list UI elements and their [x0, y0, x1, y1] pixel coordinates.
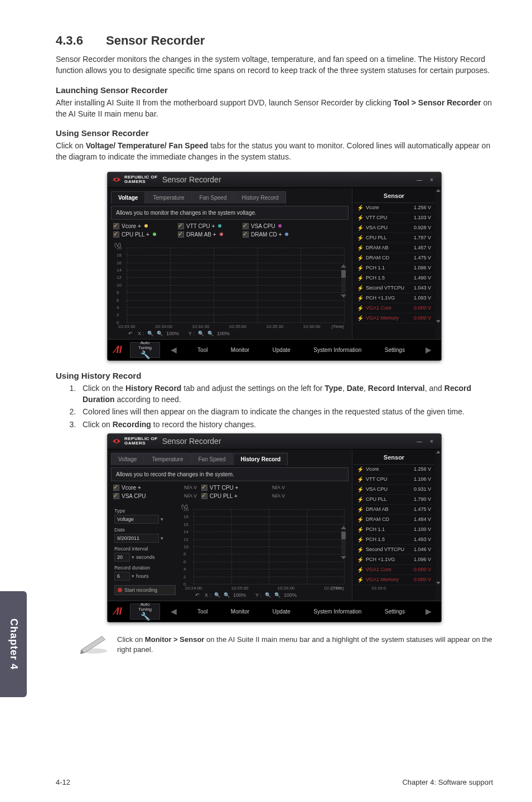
tab-fan-speed[interactable]: Fan Speed — [192, 191, 234, 204]
tab-fan-speed[interactable]: Fan Speed — [191, 453, 233, 465]
type-dropdown[interactable]: Voltage — [114, 515, 159, 524]
bottom-monitor-button[interactable]: Monitor — [226, 344, 254, 356]
dropdown-arrow-icon[interactable]: ▾ — [132, 554, 134, 560]
sidepanel-scroll-up-icon[interactable] — [436, 189, 441, 192]
bottom-settings-button[interactable]: Settings — [380, 605, 409, 618]
x-tick: 10:24:00 — [185, 586, 202, 591]
bottom-sysinfo-button[interactable]: System Information — [309, 344, 366, 356]
date-label: Date — [114, 527, 176, 533]
date-dropdown[interactable]: 9/20/2011 — [114, 534, 159, 543]
voltage-chart: (V) (Time) ↶ X :🔍🔍100% Y :🔍🔍100% 2018161… — [114, 242, 347, 337]
checkbox-cpupll[interactable] — [201, 493, 207, 499]
close-button[interactable]: × — [427, 437, 437, 445]
zoom-in-y-icon[interactable]: 🔍 — [265, 592, 271, 598]
sidepanel-scroll-down-icon[interactable] — [436, 320, 441, 323]
dropdown-arrow-icon[interactable]: ▾ — [132, 573, 134, 579]
bolt-icon: ⚡ — [357, 305, 364, 311]
scrollbar-thumb[interactable] — [341, 532, 346, 539]
titlebar: REPUBLIC OFGAMERS Sensor Recorder — × — [108, 172, 441, 188]
sensor-value: 0.000 V — [414, 305, 431, 311]
zoom-out-y-icon[interactable]: 🔍 — [207, 331, 214, 336]
interval-input[interactable]: 20 — [114, 553, 130, 562]
tab-temperature
          [interactable]: Temperature — [144, 453, 190, 465]
sensor-row: ⚡VGA1 Core0.000 V — [354, 565, 434, 575]
nav-left-arrow-icon[interactable]: ◀ — [168, 607, 179, 616]
minimize-button[interactable]: — — [414, 437, 424, 445]
nav-left-arrow-icon[interactable]: ◀ — [168, 345, 179, 354]
checkbox-vcore[interactable] — [113, 485, 119, 491]
tab-voltage[interactable]: Voltage — [111, 191, 145, 204]
checkbox-dramab[interactable] — [178, 231, 184, 238]
checkbox-cpupll[interactable] — [113, 231, 119, 238]
checkbox-vcore[interactable] — [113, 223, 119, 229]
bottom-update-button[interactable]: Update — [268, 605, 295, 618]
legend-bullet — [144, 224, 148, 228]
sensor-name: PCH 1.1 — [366, 265, 414, 270]
dropdown-arrow-icon[interactable]: ▾ — [161, 535, 163, 541]
nav-right-arrow-icon[interactable]: ▶ — [423, 607, 434, 616]
x-tick: 10:26:00 — [277, 586, 294, 591]
undo-zoom-icon[interactable]: ↶ — [194, 592, 201, 598]
sensor-name: Vcore — [366, 466, 414, 472]
undo-zoom-icon[interactable]: ↶ — [127, 330, 134, 337]
bolt-icon: ⚡ — [357, 265, 364, 271]
close-button[interactable]: × — [427, 176, 437, 183]
sensor-panel: Sensor ⚡Vcore1.256 V⚡VTT CPU1.106 V⚡VSA … — [352, 450, 436, 601]
checkbox-vttcpu[interactable] — [201, 485, 207, 491]
sensor-row: ⚡Vcore1.256 V — [354, 203, 434, 213]
tab-temperature[interactable]: Temperature — [146, 191, 191, 204]
sensor-value: 1.484 V — [414, 516, 431, 522]
history-controls: Type Voltage▾ Date 9/20/2011▾ Record int… — [111, 503, 178, 600]
duration-input[interactable]: 6 — [114, 572, 130, 581]
zoom-out-x-icon[interactable]: 🔍 — [224, 592, 230, 598]
bolt-icon: ⚡ — [357, 567, 364, 573]
sidepanel-scroll-down-icon[interactable] — [436, 582, 441, 584]
checkbox-vsacpu[interactable] — [113, 493, 119, 499]
sensor-value: 1.475 V — [414, 506, 431, 512]
sensor-row: ⚡PCH 1.11.096 V — [354, 263, 434, 273]
tab-voltage[interactable]: Voltage — [111, 453, 144, 465]
scrollbar-thumb[interactable] — [341, 270, 346, 278]
note-block: Click on Monitor > Sensor on the AI Suit… — [78, 632, 493, 655]
rog-eye-icon — [112, 437, 121, 446]
zoom-in-x-icon[interactable]: 🔍 — [147, 331, 153, 336]
scroll-down-icon[interactable] — [341, 294, 346, 298]
sidepanel-scroll-up-icon[interactable] — [436, 451, 441, 453]
section-number: 4.3.6 — [56, 33, 106, 48]
minimize-button[interactable]: — — [414, 176, 424, 183]
sensor-value: 1.096 V — [414, 265, 431, 270]
intro-paragraph: Sensor Recorder monitors the changes in … — [56, 54, 493, 76]
auto-tuning-button[interactable]: Auto Tuning 🔧 — [130, 603, 160, 620]
checkbox-vttcpu[interactable] — [178, 223, 184, 229]
sensor-name: DRAM CD — [366, 255, 414, 260]
sensor-value: 1.096 V — [414, 557, 431, 562]
zoom-out-y-icon[interactable]: 🔍 — [274, 592, 280, 598]
dropdown-arrow-icon[interactable]: ▾ — [161, 516, 163, 522]
zoom-out-x-icon[interactable]: 🔍 — [157, 331, 163, 336]
checkbox-vsacpu[interactable] — [243, 223, 249, 229]
auto-tuning-button[interactable]: Auto Tuning 🔧 — [130, 342, 160, 358]
tab-history-record[interactable]: History Record — [233, 453, 288, 465]
zoom-in-y-icon[interactable]: 🔍 — [198, 331, 204, 336]
checkbox-dramcd[interactable] — [243, 231, 249, 238]
bolt-icon: ⚡ — [357, 466, 364, 472]
sensor-name: PCH 1.5 — [366, 275, 414, 281]
zoom-in-x-icon[interactable]: 🔍 — [214, 592, 220, 598]
bottom-bar: ⁄II Auto Tuning 🔧 ◀ Tool Monitor Update … — [108, 601, 441, 622]
bottom-tool-button[interactable]: Tool — [193, 605, 212, 618]
sensor-value: 1.790 V — [414, 496, 431, 502]
sensor-name: Second VTTCPU — [366, 285, 414, 291]
bottom-tool-button[interactable]: Tool — [193, 344, 212, 356]
scroll-down-icon[interactable] — [341, 556, 346, 559]
bottom-update-button[interactable]: Update — [268, 344, 295, 356]
bottom-sysinfo-button[interactable]: System Information — [309, 605, 366, 618]
start-recording-button[interactable]: Start recording — [114, 585, 176, 595]
sensor-row: ⚡VSA CPU0.931 V — [354, 485, 434, 495]
nav-right-arrow-icon[interactable]: ▶ — [423, 345, 434, 354]
tab-history-record[interactable]: History Record — [234, 191, 286, 204]
bottom-monitor-button[interactable]: Monitor — [226, 605, 254, 618]
scroll-up-icon[interactable] — [341, 264, 346, 268]
scroll-up-icon[interactable] — [341, 526, 346, 529]
window-title: Sensor Recorder — [162, 437, 221, 446]
bottom-settings-button[interactable]: Settings — [380, 344, 409, 356]
